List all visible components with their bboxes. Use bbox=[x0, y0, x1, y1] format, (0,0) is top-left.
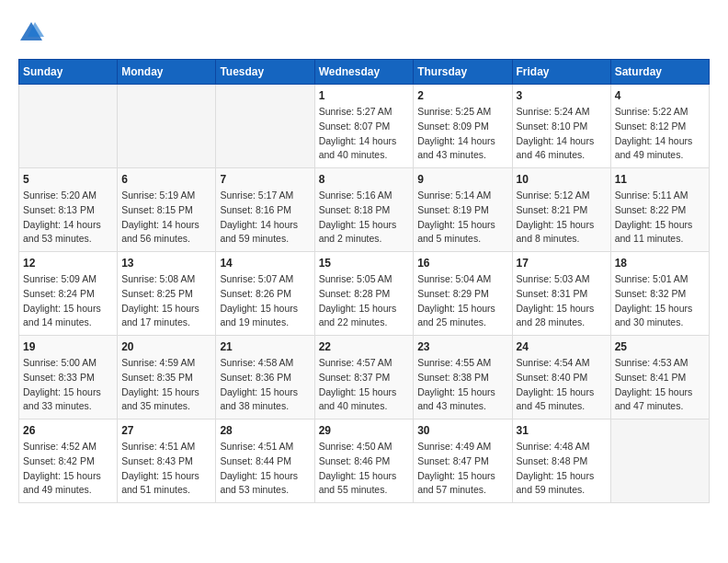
sunset-text: Sunset: 8:28 PM bbox=[319, 288, 391, 299]
col-friday: Friday bbox=[512, 60, 610, 85]
day-info: Sunrise: 5:12 AMSunset: 8:21 PMDaylight:… bbox=[517, 189, 607, 247]
daylight-text: Daylight: 15 hours and 2 minutes. bbox=[319, 219, 397, 245]
sunrise-text: Sunrise: 4:53 AM bbox=[615, 357, 688, 368]
daylight-text: Daylight: 15 hours and 47 minutes. bbox=[615, 386, 693, 412]
day-info: Sunrise: 5:22 AMSunset: 8:12 PMDaylight:… bbox=[615, 105, 705, 163]
day-number: 23 bbox=[417, 340, 507, 353]
daylight-text: Daylight: 15 hours and 59 minutes. bbox=[517, 470, 595, 496]
day-info: Sunrise: 4:55 AMSunset: 8:38 PMDaylight:… bbox=[417, 356, 507, 414]
day-info: Sunrise: 5:11 AMSunset: 8:22 PMDaylight:… bbox=[615, 189, 705, 247]
table-row: 8Sunrise: 5:16 AMSunset: 8:18 PMDaylight… bbox=[314, 168, 414, 252]
day-info: Sunrise: 4:51 AMSunset: 8:44 PMDaylight:… bbox=[220, 440, 310, 498]
sunset-text: Sunset: 8:13 PM bbox=[23, 204, 95, 215]
sunrise-text: Sunrise: 5:05 AM bbox=[319, 273, 392, 284]
sunrise-text: Sunrise: 5:22 AM bbox=[615, 106, 688, 117]
sunset-text: Sunset: 8:29 PM bbox=[417, 288, 489, 299]
daylight-text: Daylight: 15 hours and 5 minutes. bbox=[417, 219, 495, 245]
day-info: Sunrise: 5:14 AMSunset: 8:19 PMDaylight:… bbox=[417, 189, 507, 247]
daylight-text: Daylight: 15 hours and 25 minutes. bbox=[417, 303, 495, 328]
sunrise-text: Sunrise: 5:16 AM bbox=[319, 190, 392, 201]
day-number: 4 bbox=[615, 89, 705, 102]
day-info: Sunrise: 5:08 AMSunset: 8:25 PMDaylight:… bbox=[121, 272, 211, 330]
day-info: Sunrise: 4:52 AMSunset: 8:42 PMDaylight:… bbox=[23, 440, 113, 498]
day-info: Sunrise: 4:57 AMSunset: 8:37 PMDaylight:… bbox=[319, 356, 410, 414]
logo-icon bbox=[18, 18, 44, 44]
daylight-text: Daylight: 15 hours and 55 minutes. bbox=[319, 470, 397, 496]
day-info: Sunrise: 5:09 AMSunset: 8:24 PMDaylight:… bbox=[23, 272, 113, 330]
sunset-text: Sunset: 8:18 PM bbox=[319, 204, 391, 215]
day-number: 8 bbox=[319, 173, 410, 186]
sunset-text: Sunset: 8:48 PM bbox=[517, 455, 588, 466]
day-info: Sunrise: 5:01 AMSunset: 8:32 PMDaylight:… bbox=[615, 272, 705, 330]
day-number: 27 bbox=[121, 424, 211, 437]
table-row bbox=[118, 85, 216, 168]
sunset-text: Sunset: 8:41 PM bbox=[615, 372, 687, 383]
sunset-text: Sunset: 8:35 PM bbox=[121, 372, 193, 383]
page-header bbox=[18, 18, 710, 44]
sunrise-text: Sunrise: 5:03 AM bbox=[517, 273, 590, 284]
daylight-text: Daylight: 15 hours and 35 minutes. bbox=[121, 386, 199, 412]
day-info: Sunrise: 4:54 AMSunset: 8:40 PMDaylight:… bbox=[517, 356, 607, 414]
daylight-text: Daylight: 15 hours and 22 minutes. bbox=[319, 303, 397, 328]
table-row: 14Sunrise: 5:07 AMSunset: 8:26 PMDayligh… bbox=[216, 252, 314, 336]
sunset-text: Sunset: 8:37 PM bbox=[319, 372, 391, 383]
sunrise-text: Sunrise: 5:17 AM bbox=[220, 190, 293, 201]
daylight-text: Daylight: 15 hours and 57 minutes. bbox=[417, 470, 495, 496]
sunset-text: Sunset: 8:44 PM bbox=[220, 455, 291, 466]
sunrise-text: Sunrise: 5:27 AM bbox=[319, 106, 392, 117]
daylight-text: Daylight: 15 hours and 17 minutes. bbox=[121, 303, 199, 328]
day-number: 17 bbox=[517, 257, 607, 270]
table-row: 12Sunrise: 5:09 AMSunset: 8:24 PMDayligh… bbox=[19, 252, 118, 336]
calendar-table: Sunday Monday Tuesday Wednesday Thursday… bbox=[18, 59, 710, 503]
daylight-text: Daylight: 15 hours and 11 minutes. bbox=[615, 219, 693, 245]
col-monday: Monday bbox=[118, 60, 216, 85]
sunset-text: Sunset: 8:40 PM bbox=[517, 372, 588, 383]
sunrise-text: Sunrise: 5:25 AM bbox=[417, 106, 491, 117]
day-info: Sunrise: 4:58 AMSunset: 8:36 PMDaylight:… bbox=[220, 356, 310, 414]
sunset-text: Sunset: 8:26 PM bbox=[220, 288, 291, 299]
sunset-text: Sunset: 8:25 PM bbox=[121, 288, 193, 299]
table-row: 10Sunrise: 5:12 AMSunset: 8:21 PMDayligh… bbox=[512, 168, 610, 252]
table-row: 13Sunrise: 5:08 AMSunset: 8:25 PMDayligh… bbox=[118, 252, 216, 336]
daylight-text: Daylight: 15 hours and 51 minutes. bbox=[121, 470, 199, 496]
sunrise-text: Sunrise: 5:00 AM bbox=[23, 357, 97, 368]
col-thursday: Thursday bbox=[414, 60, 512, 85]
col-tuesday: Tuesday bbox=[216, 60, 314, 85]
sunrise-text: Sunrise: 5:19 AM bbox=[121, 190, 195, 201]
sunrise-text: Sunrise: 5:09 AM bbox=[23, 273, 97, 284]
sunrise-text: Sunrise: 4:51 AM bbox=[121, 441, 195, 452]
daylight-text: Daylight: 14 hours and 59 minutes. bbox=[220, 219, 298, 245]
sunrise-text: Sunrise: 4:51 AM bbox=[220, 441, 293, 452]
table-row: 3Sunrise: 5:24 AMSunset: 8:10 PMDaylight… bbox=[512, 85, 610, 168]
sunset-text: Sunset: 8:10 PM bbox=[517, 121, 588, 132]
sunset-text: Sunset: 8:16 PM bbox=[220, 204, 291, 215]
day-number: 30 bbox=[417, 424, 507, 437]
table-row: 21Sunrise: 4:58 AMSunset: 8:36 PMDayligh… bbox=[216, 336, 314, 419]
day-info: Sunrise: 4:59 AMSunset: 8:35 PMDaylight:… bbox=[121, 356, 211, 414]
sunrise-text: Sunrise: 4:48 AM bbox=[517, 441, 590, 452]
sunset-text: Sunset: 8:09 PM bbox=[417, 121, 489, 132]
sunset-text: Sunset: 8:32 PM bbox=[615, 288, 687, 299]
sunrise-text: Sunrise: 5:04 AM bbox=[417, 273, 491, 284]
daylight-text: Daylight: 15 hours and 30 minutes. bbox=[615, 303, 693, 328]
sunrise-text: Sunrise: 4:52 AM bbox=[23, 441, 97, 452]
table-row: 28Sunrise: 4:51 AMSunset: 8:44 PMDayligh… bbox=[216, 419, 314, 503]
table-row: 17Sunrise: 5:03 AMSunset: 8:31 PMDayligh… bbox=[512, 252, 610, 336]
calendar-week-row: 19Sunrise: 5:00 AMSunset: 8:33 PMDayligh… bbox=[19, 336, 710, 419]
table-row: 4Sunrise: 5:22 AMSunset: 8:12 PMDaylight… bbox=[610, 85, 709, 168]
table-row: 19Sunrise: 5:00 AMSunset: 8:33 PMDayligh… bbox=[19, 336, 118, 419]
day-number: 18 bbox=[615, 257, 705, 270]
sunset-text: Sunset: 8:21 PM bbox=[517, 204, 588, 215]
day-number: 20 bbox=[121, 340, 211, 353]
table-row: 31Sunrise: 4:48 AMSunset: 8:48 PMDayligh… bbox=[512, 419, 610, 503]
table-row: 20Sunrise: 4:59 AMSunset: 8:35 PMDayligh… bbox=[118, 336, 216, 419]
day-number: 12 bbox=[23, 257, 113, 270]
day-info: Sunrise: 4:48 AMSunset: 8:48 PMDaylight:… bbox=[517, 440, 607, 498]
daylight-text: Daylight: 15 hours and 40 minutes. bbox=[319, 386, 397, 412]
daylight-text: Daylight: 15 hours and 49 minutes. bbox=[23, 470, 101, 496]
table-row: 11Sunrise: 5:11 AMSunset: 8:22 PMDayligh… bbox=[610, 168, 709, 252]
day-number: 25 bbox=[615, 340, 705, 353]
col-wednesday: Wednesday bbox=[314, 60, 414, 85]
day-info: Sunrise: 5:17 AMSunset: 8:16 PMDaylight:… bbox=[220, 189, 310, 247]
daylight-text: Daylight: 14 hours and 43 minutes. bbox=[417, 135, 495, 161]
